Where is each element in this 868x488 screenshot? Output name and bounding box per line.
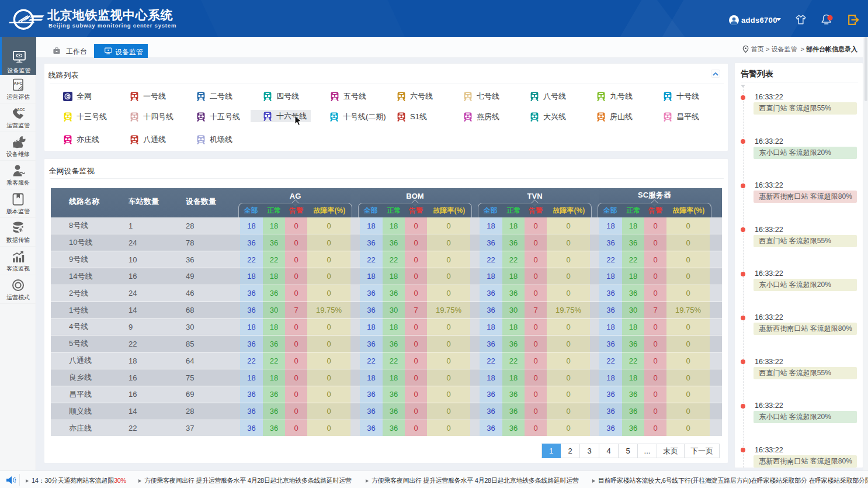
svg-text:AFC: AFC <box>13 81 23 86</box>
svg-text:ACC: ACC <box>17 108 25 112</box>
